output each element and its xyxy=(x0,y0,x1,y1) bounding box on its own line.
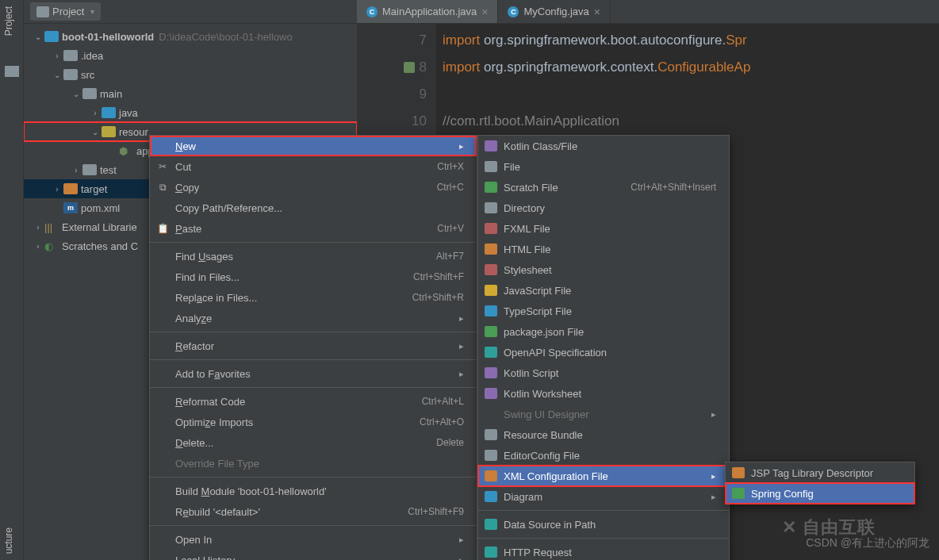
menu-xml-config[interactable]: XML Configuration File▸ xyxy=(478,466,729,486)
folder-icon xyxy=(82,164,97,175)
menu-new[interactable]: NNewew▸ xyxy=(150,136,477,156)
menu-refactor[interactable]: Refactor▸ xyxy=(150,336,477,356)
gutter-spring-icon[interactable] xyxy=(404,62,415,73)
tab-my-config[interactable]: C MyConfig.java × xyxy=(498,0,611,23)
css-icon xyxy=(485,264,497,275)
menu-file[interactable]: File xyxy=(478,156,729,177)
menu-editorconfig[interactable]: EditorConfig File xyxy=(478,445,729,466)
scratch-icon xyxy=(485,182,497,193)
menu-typescript[interactable]: TypeScript File xyxy=(478,301,729,321)
scratches-icon: ◐ xyxy=(44,240,59,251)
menu-openapi[interactable]: OpenAPI Specification xyxy=(478,342,729,362)
xml-icon xyxy=(485,470,497,481)
menu-diagram[interactable]: Diagram▸ xyxy=(478,486,729,507)
close-icon[interactable]: × xyxy=(594,6,600,18)
menu-find-usages[interactable]: Find UsagesAlt+F7 xyxy=(150,246,477,267)
bookmark-icon[interactable] xyxy=(5,66,19,77)
menu-swing-designer[interactable]: Swing UI Designer▸ xyxy=(478,404,729,424)
excluded-folder-icon xyxy=(63,183,78,194)
watermark-text: CSDN @有上进心的阿龙 xyxy=(806,536,929,550)
tool-window-bar-left: Project ucture xyxy=(0,0,24,560)
spring-icon: ⬢ xyxy=(119,145,133,156)
openapi-icon xyxy=(485,347,497,358)
menu-build-module[interactable]: Build Module 'boot-01-helloworld' xyxy=(150,481,477,501)
tree-node-main[interactable]: main xyxy=(24,84,357,103)
menu-favorites[interactable]: Add to Favorites▸ xyxy=(150,363,477,384)
menu-stylesheet[interactable]: Stylesheet xyxy=(478,259,729,280)
menu-directory[interactable]: Directory xyxy=(478,198,729,218)
menu-html[interactable]: HTML File xyxy=(478,239,729,259)
folder-icon xyxy=(63,69,78,80)
tree-node-idea[interactable]: .idea xyxy=(24,46,357,65)
menu-data-source[interactable]: Data Source in Path xyxy=(478,514,729,535)
menu-jsp-tag-lib[interactable]: JSP Tag Library Descriptor xyxy=(726,462,914,483)
npm-icon xyxy=(485,326,497,337)
js-icon xyxy=(485,285,497,296)
menu-local-history[interactable]: Local History▸ xyxy=(150,550,477,560)
menu-analyze[interactable]: Analyze▸ xyxy=(150,308,477,328)
spring-icon xyxy=(732,488,745,499)
menu-package-json[interactable]: package.json File xyxy=(478,321,729,342)
menu-kotlin-worksheet[interactable]: Kotlin Worksheet xyxy=(478,383,729,404)
menu-kotlin-class[interactable]: Kotlin Class/File xyxy=(478,136,729,156)
menu-cut[interactable]: ✂CutCtrl+X xyxy=(150,156,477,177)
editorconfig-icon xyxy=(485,450,497,461)
menu-replace-in-files[interactable]: Replace in Files...Ctrl+Shift+R xyxy=(150,287,477,308)
diagram-icon xyxy=(485,491,497,502)
menu-paste[interactable]: 📋PasteCtrl+V xyxy=(150,218,477,239)
ts-icon xyxy=(485,305,497,316)
chevron-down-icon: ▾ xyxy=(90,7,94,16)
module-icon xyxy=(44,31,59,42)
http-icon xyxy=(485,547,497,558)
menu-delete[interactable]: Delete...Delete xyxy=(150,432,477,453)
libraries-icon: ||| xyxy=(44,221,59,232)
folder-icon xyxy=(82,88,97,99)
menu-scratch-file[interactable]: Scratch FileCtrl+Alt+Shift+Insert xyxy=(478,177,729,198)
tree-node-src[interactable]: src xyxy=(24,65,357,84)
class-icon: C xyxy=(508,6,519,17)
project-view-label: Project xyxy=(52,6,84,17)
menu-kotlin-script[interactable]: Kotlin Script xyxy=(478,362,729,383)
menu-find-in-files[interactable]: Find in Files...Ctrl+Shift+F xyxy=(150,267,477,287)
new-submenu: Kotlin Class/File File Scratch FileCtrl+… xyxy=(477,135,730,560)
menu-copy-path[interactable]: Copy Path/Reference... xyxy=(150,198,477,218)
scissors-icon: ✂ xyxy=(156,160,169,173)
html-icon xyxy=(485,244,497,255)
menu-reformat[interactable]: Reformat CodeCtrl+Alt+L xyxy=(150,391,477,412)
menu-http-request[interactable]: HTTP Request xyxy=(478,542,729,560)
menu-javascript[interactable]: JavaScript File xyxy=(478,280,729,301)
file-icon xyxy=(485,161,497,172)
datasource-icon xyxy=(485,519,497,530)
class-icon: C xyxy=(366,6,378,17)
tree-node-java[interactable]: java xyxy=(24,103,357,122)
menu-optimize-imports[interactable]: Optimize ImportsCtrl+Alt+O xyxy=(150,412,477,432)
paste-icon: 📋 xyxy=(156,222,169,235)
xml-config-submenu: JSP Tag Library Descriptor Spring Config xyxy=(725,462,915,504)
menu-rebuild[interactable]: Rebuild '<default>'Ctrl+Shift+F9 xyxy=(150,501,477,522)
context-menu: NNewew▸ ✂CutCtrl+X ⧉CopyCtrl+C Copy Path… xyxy=(149,135,477,560)
menu-open-in[interactable]: Open In▸ xyxy=(150,529,477,550)
project-view-selector[interactable]: Project ▾ xyxy=(30,2,101,21)
folder-icon xyxy=(36,6,49,17)
structure-tool-window-tab[interactable]: ucture xyxy=(0,521,17,560)
project-tool-window-tab[interactable]: Project xyxy=(0,0,17,42)
tab-main-application[interactable]: C MainApplication.java × xyxy=(357,0,498,23)
src-folder-icon xyxy=(102,107,116,118)
kotlin-icon xyxy=(485,140,497,152)
folder-icon xyxy=(485,202,497,213)
fxml-icon xyxy=(485,223,497,234)
kotlin-icon xyxy=(485,367,497,378)
menu-spring-config[interactable]: Spring Config xyxy=(726,483,914,504)
menu-fxml[interactable]: FXML File xyxy=(478,218,729,239)
tree-node-root[interactable]: boot-01-helloworld D:\ideaCode\boot-01-h… xyxy=(24,27,357,46)
maven-icon: m xyxy=(63,202,78,213)
menu-copy[interactable]: ⧉CopyCtrl+C xyxy=(150,177,477,198)
resources-folder-icon xyxy=(102,126,116,137)
menu-resource-bundle[interactable]: Resource Bundle xyxy=(478,424,729,445)
editor-tabs: C MainApplication.java × C MyConfig.java… xyxy=(357,0,939,24)
folder-icon xyxy=(63,50,78,61)
menu-override-file-type: Override File Type xyxy=(150,453,477,474)
bundle-icon xyxy=(485,429,497,440)
jsp-icon xyxy=(732,467,745,478)
close-icon[interactable]: × xyxy=(481,6,488,18)
